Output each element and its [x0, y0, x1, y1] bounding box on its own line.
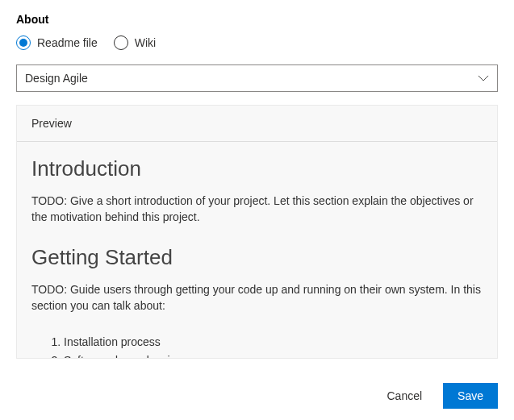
- intro-body-text: TODO: Give a short introduction of your …: [31, 193, 483, 226]
- save-button[interactable]: Save: [443, 383, 498, 409]
- radio-wiki[interactable]: Wiki: [114, 35, 156, 50]
- intro-heading: Introduction: [31, 156, 483, 181]
- radio-wiki-label: Wiki: [135, 36, 156, 49]
- preview-tab[interactable]: Preview: [31, 117, 72, 130]
- footer-actions: Cancel Save: [372, 383, 498, 409]
- getting-started-list: Installation process Software dependenci…: [31, 333, 483, 358]
- preview-body: Introduction TODO: Give a short introduc…: [17, 142, 497, 358]
- readme-dropdown[interactable]: Design Agile: [16, 64, 498, 92]
- getting-started-body-text: TODO: Guide users through getting your c…: [31, 281, 483, 314]
- list-item: Installation process: [64, 333, 483, 351]
- preview-header: Preview: [17, 106, 497, 142]
- getting-started-heading: Getting Started: [31, 245, 483, 270]
- list-item: Software dependencies: [64, 351, 483, 358]
- radio-readme-label: Readme file: [37, 36, 98, 49]
- chevron-down-icon: [478, 73, 489, 84]
- dropdown-selected-value: Design Agile: [25, 72, 88, 85]
- radio-readme[interactable]: Readme file: [16, 35, 98, 50]
- radio-selected-icon: [16, 35, 31, 50]
- about-source-radio-group: Readme file Wiki: [16, 35, 498, 50]
- panel-title: About: [16, 13, 498, 26]
- preview-section: Preview Introduction TODO: Give a short …: [16, 105, 498, 359]
- radio-unselected-icon: [114, 35, 128, 50]
- cancel-button[interactable]: Cancel: [372, 383, 437, 409]
